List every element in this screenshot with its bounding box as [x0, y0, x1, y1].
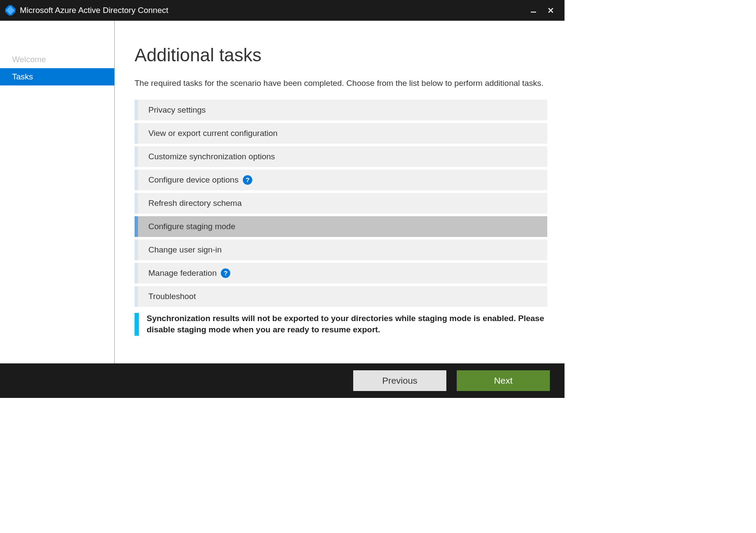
- task-customize-sync-options[interactable]: Customize synchronization options: [135, 146, 547, 167]
- task-list: Privacy settings View or export current …: [135, 100, 547, 307]
- task-label: Customize synchronization options: [148, 152, 275, 161]
- azure-logo-icon: [5, 5, 16, 16]
- sidebar-item-tasks[interactable]: Tasks: [0, 68, 114, 85]
- footer: Previous Next: [0, 363, 565, 398]
- task-label: Troubleshoot: [148, 292, 196, 301]
- task-accent: [135, 193, 138, 214]
- sidebar-item-welcome[interactable]: Welcome: [0, 51, 114, 68]
- main-content: Additional tasks The required tasks for …: [115, 21, 565, 363]
- sidebar: Welcome Tasks: [0, 21, 115, 363]
- task-accent: [135, 263, 138, 284]
- help-icon[interactable]: ?: [221, 268, 230, 278]
- sidebar-item-label: Welcome: [12, 55, 46, 64]
- task-manage-federation[interactable]: Manage federation ?: [135, 263, 547, 284]
- task-troubleshoot[interactable]: Troubleshoot: [135, 286, 547, 307]
- svg-rect-2: [531, 12, 536, 13]
- task-label: View or export current configuration: [148, 129, 278, 138]
- task-change-user-signin[interactable]: Change user sign-in: [135, 240, 547, 260]
- minimize-button[interactable]: [525, 2, 542, 19]
- help-icon[interactable]: ?: [243, 175, 252, 185]
- window-title: Microsoft Azure Active Directory Connect: [20, 6, 525, 15]
- task-accent: [135, 146, 138, 167]
- close-button[interactable]: [542, 2, 559, 19]
- task-configure-device-options[interactable]: Configure device options ?: [135, 170, 547, 190]
- task-view-export-config[interactable]: View or export current configuration: [135, 123, 547, 144]
- sidebar-item-label: Tasks: [12, 72, 33, 82]
- page-subtitle: The required tasks for the scenario have…: [135, 78, 547, 89]
- body: Welcome Tasks Additional tasks The requi…: [0, 21, 565, 363]
- previous-button[interactable]: Previous: [353, 370, 446, 391]
- task-configure-staging-mode[interactable]: Configure staging mode: [135, 216, 547, 237]
- task-accent: [135, 286, 138, 307]
- notice-accent-bar: [135, 313, 139, 336]
- staging-mode-notice: Synchronization results will not be expo…: [135, 313, 547, 336]
- task-accent: [135, 170, 138, 190]
- task-accent: [135, 216, 138, 237]
- task-privacy-settings[interactable]: Privacy settings: [135, 100, 547, 120]
- task-accent: [135, 123, 138, 144]
- task-accent: [135, 100, 138, 120]
- notice-text: Synchronization results will not be expo…: [139, 313, 547, 336]
- next-button[interactable]: Next: [457, 370, 550, 391]
- titlebar: Microsoft Azure Active Directory Connect: [0, 0, 565, 21]
- task-label: Refresh directory schema: [148, 199, 242, 208]
- task-label: Manage federation: [148, 268, 216, 278]
- task-label: Configure staging mode: [148, 222, 235, 231]
- page-title: Additional tasks: [135, 45, 547, 66]
- task-refresh-directory-schema[interactable]: Refresh directory schema: [135, 193, 547, 214]
- task-label: Change user sign-in: [148, 245, 222, 255]
- task-accent: [135, 240, 138, 260]
- task-label: Privacy settings: [148, 105, 206, 115]
- task-label: Configure device options: [148, 175, 238, 185]
